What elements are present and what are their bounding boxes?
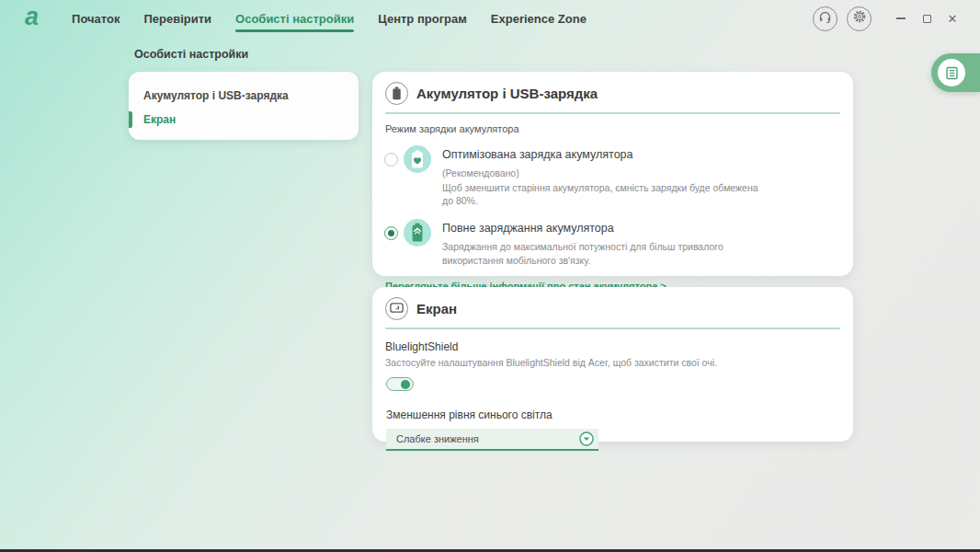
option-optimized-charging[interactable]: Оптимізована зарядка акумулятора (Рекоме… <box>384 145 853 208</box>
tab-home[interactable]: Початок <box>72 1 120 36</box>
settings-button[interactable] <box>847 6 872 31</box>
close-icon: ✕ <box>948 12 958 26</box>
battery-usb-card: Акумулятор і USB-зарядка Режим зарядки а… <box>372 72 853 276</box>
minimize-icon <box>896 17 906 19</box>
radio-optimized[interactable] <box>384 153 398 167</box>
tab-checkup[interactable]: Перевірити <box>143 1 211 36</box>
bluelightshield-toggle[interactable] <box>386 377 414 391</box>
window-controls: ✕ <box>888 6 965 31</box>
close-button[interactable]: ✕ <box>940 6 965 31</box>
card-title: Акумулятор і USB-зарядка <box>416 86 598 101</box>
sidebar: Акумулятор і USB-зарядка Екран <box>129 72 359 140</box>
option-description: Щоб зменшити старіння акумулятора, ємніс… <box>442 181 759 208</box>
option-description: Заряджання до максимальної потужності дл… <box>442 240 784 267</box>
main-nav: Початок Перевірити Особисті настройки Це… <box>72 1 587 36</box>
option-full-charging[interactable]: Повне заряджання акумулятора Заряджання … <box>384 219 853 267</box>
title-bar: a Початок Перевірити Особисті настройки … <box>0 0 980 37</box>
support-button[interactable] <box>813 6 838 31</box>
toggle-knob <box>401 380 410 389</box>
optimized-battery-icon <box>404 145 431 208</box>
charge-mode-label: Режим зарядки акумулятора <box>385 123 840 134</box>
active-indicator <box>129 111 132 128</box>
tab-personalization[interactable]: Особисті настройки <box>235 1 354 36</box>
divider <box>385 112 840 114</box>
tab-experience-zone[interactable]: Experience Zone <box>491 1 587 36</box>
screen-card: Екран BluelightShield Застосуйте налашту… <box>372 287 853 442</box>
sidebar-item-label: Екран <box>143 113 176 126</box>
full-battery-icon <box>404 219 431 267</box>
blue-light-level-label: Зменшення рівня синього світла <box>386 408 840 421</box>
bluelightshield-label: BluelightShield <box>385 340 840 353</box>
option-title: Повне заряджання акумулятора <box>442 222 784 235</box>
display-icon <box>385 297 408 320</box>
divider <box>385 328 840 329</box>
radio-full[interactable] <box>384 226 398 240</box>
minimize-button[interactable] <box>888 6 914 31</box>
tab-app-center[interactable]: Центр програм <box>378 1 467 36</box>
headset-icon <box>818 10 832 28</box>
option-title: Оптимізована зарядка акумулятора <box>442 148 759 161</box>
list-icon <box>938 59 965 86</box>
card-title: Екран <box>416 301 457 316</box>
maximize-button[interactable] <box>914 6 940 31</box>
page-title: Особисті настройки <box>134 48 248 61</box>
gear-icon <box>852 9 867 28</box>
maximize-icon <box>923 15 931 23</box>
sidebar-item-screen[interactable]: Екран <box>129 108 359 132</box>
sidebar-item-label: Акумулятор і USB-зарядка <box>143 89 289 102</box>
option-recommended: (Рекомендовано) <box>442 167 759 180</box>
quick-access-tab[interactable] <box>931 53 980 92</box>
chevron-down-icon <box>579 431 594 446</box>
dropdown-selected-value: Слабке зниження <box>396 433 579 444</box>
battery-icon <box>385 82 408 105</box>
bluelightshield-description: Застосуйте налаштування BluelightShield … <box>385 357 840 368</box>
blue-light-level-dropdown[interactable]: Слабке зниження <box>386 429 598 451</box>
acer-logo: a <box>25 3 38 31</box>
sidebar-item-battery[interactable]: Акумулятор і USB-зарядка <box>129 84 359 108</box>
